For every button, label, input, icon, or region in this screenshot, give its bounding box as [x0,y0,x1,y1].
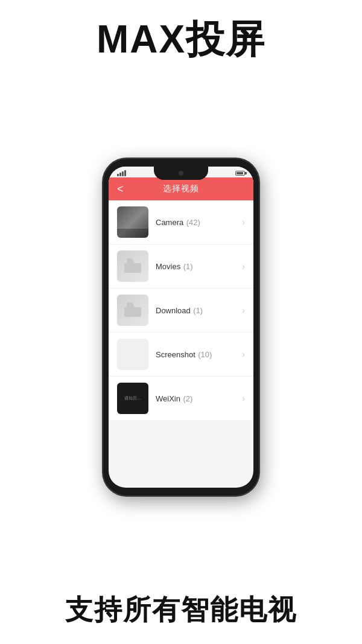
app-header: < 选择视频 [109,177,253,200]
thumbnail-weixin: 通知历… [117,383,148,414]
signal-indicator [117,170,126,176]
thumbnail-screenshot [117,339,148,370]
back-button[interactable]: < [117,183,124,196]
item-name-camera: Camera [156,218,183,227]
item-info-screenshot: Screenshot (10) [156,349,240,360]
list-item[interactable]: Download (1) › [109,289,253,333]
battery-indicator [235,171,245,176]
top-title: MAX投屏 [84,0,278,66]
list-item[interactable]: Movies (1) › [109,244,253,289]
notch-dot [179,171,183,176]
item-count-download: (1) [193,306,203,315]
item-info-camera: Camera (42) [156,217,240,228]
screen-title: 选择视频 [163,183,199,194]
chevron-icon-movies: › [242,261,245,271]
chevron-icon-camera: › [242,217,245,227]
phone-screen: < 选择视频 Camera (42) › [109,167,253,488]
item-info-weixin: WeiXin (2) [156,393,240,404]
chevron-icon-screenshot: › [242,349,245,359]
item-name-screenshot: Screenshot [156,350,195,359]
chevron-icon-download: › [242,305,245,315]
thumbnail-movies [117,250,148,282]
thumbnail-camera [117,206,148,238]
item-count-camera: (42) [186,218,200,227]
item-name-movies: Movies [156,262,180,271]
item-count-weixin: (2) [183,394,192,403]
item-count-movies: (1) [183,262,193,271]
list-item[interactable]: Camera (42) › [109,200,253,244]
phone-mockup: < 选择视频 Camera (42) › [103,158,259,496]
item-name-weixin: WeiXin [156,394,180,403]
phone-outer: < 选择视频 Camera (42) › [103,158,259,496]
phone-notch [154,167,208,180]
item-info-movies: Movies (1) [156,261,240,272]
list-item[interactable]: 通知历… WeiXin (2) › [109,377,253,420]
thumbnail-download [117,295,148,326]
item-count-screenshot: (10) [198,350,212,359]
list-item[interactable]: Screenshot (10) › [109,333,253,377]
bottom-title: 支持所有智能电视 [53,588,309,644]
item-name-download: Download [156,306,191,315]
video-list: Camera (42) › Movies (1) [109,200,253,420]
item-info-download: Download (1) [156,305,240,316]
chevron-icon-weixin: › [242,394,245,403]
